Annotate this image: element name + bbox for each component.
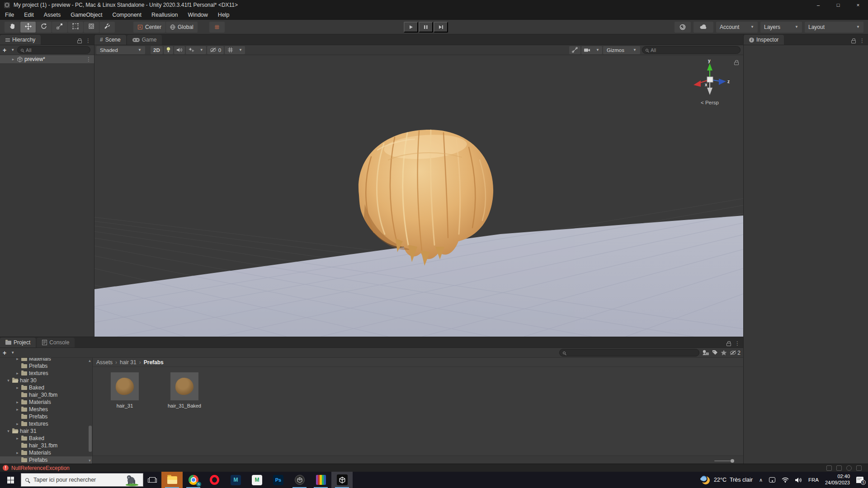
kebab-menu-icon[interactable]: ⋮ [735,341,740,346]
scale-tool-button[interactable] [52,22,67,33]
layout-dropdown[interactable]: Layout▼ [805,22,863,33]
scene-grid-dropdown[interactable]: ▼ [225,46,245,54]
scroll-down-icon[interactable]: ▼ [88,459,92,463]
breadcrumb-hair-31[interactable]: hair 31 [120,359,137,366]
favorites-star-icon[interactable] [721,350,727,356]
cloud-button[interactable] [693,22,713,33]
expand-icon[interactable]: ▸ [15,371,19,375]
expand-icon[interactable]: ▸ [15,450,19,455]
tree-item-hair-30-fbm[interactable]: hair_30.fbm [0,391,92,399]
lock-icon[interactable] [77,40,82,43]
menu-assets[interactable]: Assets [39,10,66,20]
rotate-tool-button[interactable] [36,22,52,33]
tab-console[interactable]: Console [37,338,75,347]
breadcrumb-assets[interactable]: Assets [96,359,113,366]
breadcrumb-prefabs[interactable]: Prefabs [144,359,164,366]
tree-item-baked[interactable]: ▸Baked [0,384,92,391]
menu-edit[interactable]: Edit [19,10,39,20]
asset-item-hair-31-baked[interactable]: hair_31_Baked [164,372,205,408]
tray-device-icon[interactable] [769,477,775,483]
notification-center-icon[interactable]: 5 [856,477,863,483]
transform-tool-button[interactable] [84,22,99,33]
expand-icon[interactable]: ▸ [15,407,19,412]
kebab-menu-icon[interactable]: ⋮ [85,38,91,43]
project-search-input[interactable] [568,350,696,356]
hierarchy-scene-row[interactable]: ▸ preview* ⋮ [0,55,94,63]
tree-item-prefabs[interactable]: Prefabs [0,456,92,464]
search-by-type-icon[interactable] [702,350,709,356]
taskbar-app-photoshop[interactable]: Ps [268,472,289,488]
tree-item-prefabs[interactable]: Prefabs [0,413,92,420]
menu-component[interactable]: Component [107,10,146,20]
taskbar-app-file-explorer[interactable] [161,472,183,488]
task-view-button[interactable] [143,472,161,488]
plastic-scm-button[interactable] [675,22,691,33]
hidden-packages-button[interactable]: 2 [730,350,741,356]
orientation-gizmo[interactable]: x y z < Persp [686,59,733,105]
tree-scrollbar[interactable] [89,426,92,452]
tab-scene[interactable]: # Scene [94,35,126,45]
pan-tool-button[interactable] [5,22,20,33]
effects-dropdown-button[interactable]: ▼ [186,46,206,54]
lock-icon[interactable] [726,343,731,346]
hierarchy-search-input[interactable] [26,47,87,53]
layers-dropdown[interactable]: Layers▼ [760,22,802,33]
taskbar-app-unity-hub[interactable] [289,472,310,488]
tree-item-prefabs[interactable]: Prefabs [0,362,92,370]
view-lock-icon[interactable] [734,62,739,65]
move-tool-button[interactable] [20,22,36,33]
scene-viewport[interactable]: x y z < Persp [94,55,743,337]
close-button[interactable]: × [848,0,868,10]
taskbar-app-maya[interactable]: M [246,472,268,488]
taskbar-app-maya-2023[interactable]: M [225,472,246,488]
maximize-button[interactable]: □ [828,0,848,10]
pivot-toggle-button[interactable]: Center [133,22,165,33]
tree-item-textures[interactable]: ▸textures [0,420,92,427]
activity-icon[interactable] [856,465,862,471]
audio-toggle-button[interactable] [174,46,185,54]
expand-icon[interactable]: ▸ [15,422,19,426]
error-message[interactable]: NullReferenceException [11,465,70,471]
menu-window[interactable]: Window [183,10,212,20]
slider-knob[interactable] [731,459,734,463]
search-by-label-icon[interactable] [712,350,718,356]
gizmos-dropdown[interactable]: Gizmos▼ [603,46,640,54]
scene-camera-dropdown[interactable]: ▼ [581,46,602,54]
expand-icon[interactable]: ▸ [15,436,19,441]
expand-icon[interactable]: ▸ [11,57,15,61]
taskbar-search-box[interactable] [21,473,143,487]
taskbar-search-input[interactable] [33,476,105,483]
2d-toggle-button[interactable]: 2D [151,46,163,54]
scene-visibility-button[interactable]: 0 [207,46,224,54]
collapse-icon[interactable]: ▾ [6,378,10,383]
rect-tool-button[interactable] [68,22,83,33]
pause-button[interactable] [419,22,433,33]
hierarchy-search[interactable] [17,46,90,54]
step-button[interactable] [434,22,448,33]
menu-help[interactable]: Help [213,10,235,20]
kebab-menu-icon[interactable]: ⋮ [859,38,865,43]
expand-icon[interactable]: ▸ [15,400,19,404]
tab-hierarchy[interactable]: Hierarchy [0,35,41,45]
orientation-toggle-button[interactable]: Global [166,22,198,33]
minimize-button[interactable]: – [808,0,828,10]
create-object-button[interactable]: +▼ [0,47,17,54]
tree-item-materials[interactable]: ▸Materials [0,358,92,362]
custom-tools-button[interactable] [99,22,115,33]
start-button[interactable] [0,472,21,488]
create-asset-button[interactable]: +▼ [0,349,17,357]
tree-item-materials[interactable]: ▸Materials [0,399,92,406]
tree-item-materials[interactable]: ▸Materials [0,449,92,456]
editor-status-bar[interactable]: ! NullReferenceException [0,464,868,472]
scene-search-input[interactable] [651,47,737,53]
project-search[interactable] [559,349,699,357]
tree-item-textures[interactable]: ▸textures [0,370,92,377]
projection-mode-label[interactable]: < Persp [686,100,733,105]
kebab-menu-icon[interactable]: ⋮ [86,56,91,62]
tab-project[interactable]: Project [0,338,36,347]
thumbnail-size-slider[interactable] [714,460,732,461]
play-button[interactable] [404,22,418,33]
scroll-up-icon[interactable]: ▲ [88,359,92,363]
taskbar-app-chrome[interactable]: h [183,472,204,488]
tree-item-hair-31-fbm[interactable]: hair_31.fbm [0,442,92,449]
